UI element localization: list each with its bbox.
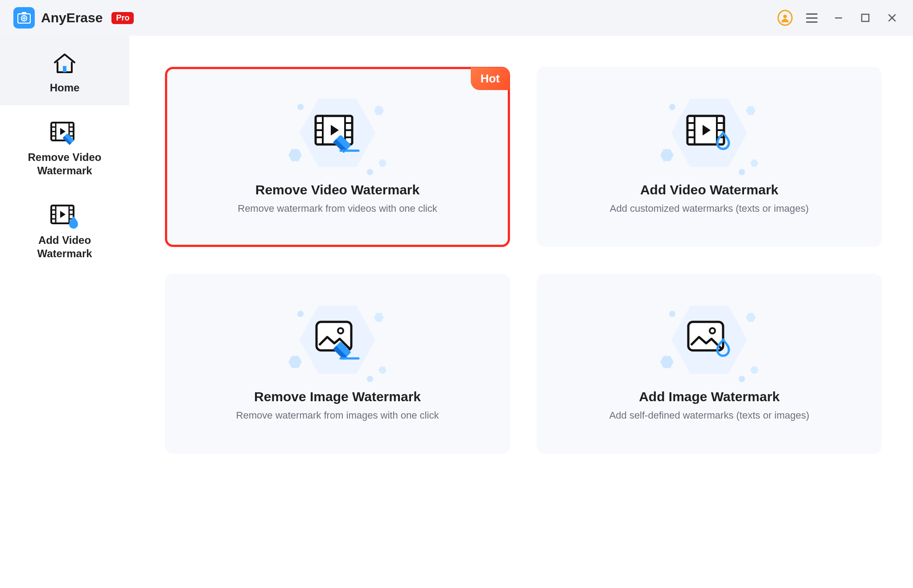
- svg-rect-4: [835, 17, 842, 19]
- card-title: Add Image Watermark: [639, 389, 780, 404]
- svg-point-3: [783, 15, 787, 18]
- card-desc: Add self-defined watermarks (texts or im…: [609, 410, 810, 421]
- card-illustration: [288, 297, 387, 382]
- card-illustration: [660, 90, 758, 175]
- sidebar-item-label: Home: [4, 81, 125, 95]
- maximize-button[interactable]: [858, 10, 873, 25]
- sidebar-item-add-video-watermark[interactable]: Add Video Watermark: [0, 188, 129, 271]
- sidebar-item-label: Remove Video Watermark: [4, 151, 125, 177]
- svg-rect-5: [862, 14, 869, 21]
- user-icon: [777, 10, 793, 26]
- card-title: Remove Video Watermark: [255, 182, 419, 197]
- app-logo-icon: [13, 7, 35, 29]
- home-icon: [4, 49, 125, 78]
- card-desc: Add customized watermarks (texts or imag…: [610, 203, 809, 214]
- account-button[interactable]: [777, 10, 793, 25]
- svg-rect-1: [22, 12, 26, 14]
- sidebar-item-remove-video-watermark[interactable]: Remove Video Watermark: [0, 105, 129, 188]
- card-title: Add Video Watermark: [640, 182, 778, 197]
- hamburger-icon: [806, 13, 818, 23]
- menu-button[interactable]: [804, 10, 819, 25]
- video-drop-icon: [685, 112, 734, 153]
- card-remove-video-watermark[interactable]: Hot: [165, 67, 510, 247]
- video-eraser-icon: [4, 119, 125, 147]
- image-eraser-icon: [313, 318, 362, 361]
- video-eraser-icon: [313, 112, 362, 153]
- card-illustration: [660, 297, 758, 382]
- video-drop-icon: [4, 201, 125, 230]
- maximize-icon: [860, 13, 870, 23]
- sidebar-item-label: Add Video Watermark: [4, 234, 125, 260]
- close-icon: [887, 12, 897, 23]
- minimize-icon: [833, 12, 844, 23]
- card-title: Remove Image Watermark: [254, 389, 421, 404]
- image-drop-icon: [685, 318, 734, 361]
- card-desc: Remove watermark from videos with one cl…: [238, 203, 437, 214]
- window-controls: [777, 10, 900, 25]
- card-illustration: [288, 90, 387, 175]
- titlebar: AnyErase Pro: [0, 0, 913, 36]
- card-add-image-watermark[interactable]: Add Image Watermark Add self-defined wat…: [537, 274, 882, 454]
- sidebar-item-home[interactable]: Home: [0, 36, 129, 105]
- svg-rect-6: [63, 66, 66, 72]
- card-desc: Remove watermark from images with one cl…: [236, 410, 439, 421]
- card-remove-image-watermark[interactable]: Remove Image Watermark Remove watermark …: [165, 274, 510, 454]
- brand: AnyErase Pro: [13, 7, 134, 29]
- minimize-button[interactable]: [831, 10, 846, 25]
- edition-badge: Pro: [111, 12, 134, 24]
- app-name: AnyErase: [41, 10, 103, 25]
- main-content: Hot: [129, 36, 913, 588]
- hot-badge: Hot: [471, 67, 510, 90]
- card-add-video-watermark[interactable]: Add Video Watermark Add customized water…: [537, 67, 882, 247]
- sidebar: Home Remove Video Watermark: [0, 36, 129, 588]
- close-button[interactable]: [884, 10, 900, 25]
